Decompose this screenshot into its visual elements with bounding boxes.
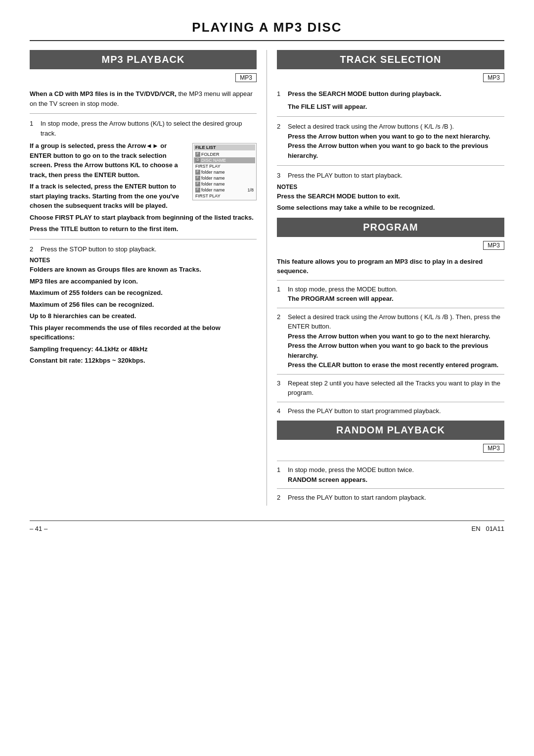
file-list-diagram: FILE LIST F FOLDER D DISC NAME FIRST PLA… [192, 143, 257, 200]
prog-step2-bold3: Press the CLEAR button to erase the most… [288, 361, 498, 369]
step2-text: Press the STOP button to stop playback. [41, 244, 257, 254]
mp3-playback-header: MP3 PLAYBACK [30, 50, 257, 69]
program-intro-bold: This feature allows you to program an MP… [277, 258, 483, 275]
mp3-badge-right: MP3 [483, 73, 504, 82]
fl-row-disc: D DISC NAME [194, 157, 255, 163]
note-bitrate: Constant bit rate: 112kbps ~ 320kbps. [30, 356, 257, 366]
prog-step2-content: Select a desired track using the Arrow b… [288, 312, 504, 370]
page-footer: – 41 – EN 01A11 [30, 520, 504, 532]
fl-label-f1: folder name [201, 170, 225, 175]
step1-detail-lines: If a group is selected, press the Arrow◄… [30, 141, 188, 180]
note-256: Maximum of 256 files can be recognized. [30, 300, 257, 310]
prog-step3-num: 3 [277, 378, 284, 398]
note-somesels: Some selections may take a while to be r… [277, 203, 504, 213]
step1-firstplay: Choose FIRST PLAY to start playback from… [30, 213, 257, 223]
fl-label-folder: FOLDER [201, 152, 220, 157]
prog-step4-text: Press the PLAY button to start programme… [288, 406, 504, 416]
fl-row-f3: F folder name [194, 181, 255, 187]
step1-title-btn: Press the TITLE button to return to the … [30, 224, 257, 234]
ts-step2-bold2: Press the Arrow button when you want to … [288, 142, 488, 159]
step2-num: 2 [30, 244, 37, 254]
program-badge: MP3 [483, 241, 504, 250]
fl-row-f2: F folder name [194, 175, 255, 181]
footer-page-num: – 41 – [30, 525, 47, 532]
prog-step1-content: In stop mode, press the MODE button. The… [288, 284, 504, 304]
page-title: PLAYING A MP3 DISC [30, 20, 504, 41]
note-sampling: Sampling frequency: 44.1kHz or 48kHz [30, 344, 257, 354]
prog-step2-num: 2 [277, 312, 284, 370]
rand-step2-text: Press the PLAY button to start random pl… [288, 493, 504, 503]
random-header: RANDOM PLAYBACK [277, 421, 504, 440]
step1-if-group: If a group is selected, press the Arrow◄… [30, 142, 178, 179]
program-header: PROGRAM [277, 218, 504, 237]
program-section: PROGRAM MP3 This feature allows you to p… [277, 218, 504, 416]
ts-step2-bold1: Press the Arrow button when you want to … [288, 133, 490, 140]
note-searchmode: Press the SEARCH MODE button to exit. [277, 191, 504, 201]
ts-step2-num: 2 [277, 122, 284, 160]
track-selection-header: TRACK SELECTION [277, 50, 504, 69]
fl-label-f4: folder name [201, 188, 225, 192]
prog-step2-bold1: Press the Arrow button when you want to … [288, 332, 490, 340]
rand-step1-num: 1 [277, 465, 284, 484]
fl-row-f1: F folder name [194, 169, 255, 175]
fl-label-f3: folder name [201, 182, 225, 187]
note-folders: Folders are known as Groups files are kn… [30, 265, 257, 275]
ts-step3-num: 3 [277, 171, 284, 181]
file-list-header: FILE LIST [194, 144, 255, 150]
fl-row-f4: F folder name 1/8 [194, 187, 255, 193]
fl-label-disc: DISC NAME [201, 158, 226, 163]
prog-step3-text: Repeat step 2 until you have selected al… [288, 378, 504, 398]
ts-step1-text: Press the SEARCH MODE button during play… [288, 89, 504, 99]
fl-num: 1/8 [247, 188, 254, 192]
step1-text: In stop mode, press the Arrow buttons (K… [41, 119, 257, 138]
note-8hier: Up to 8 hierarchies can be created. [30, 311, 257, 321]
fl-row-firstplay2: FIRST PLAY [194, 193, 255, 199]
prog-step1-bold: The PROGRAM screen will appear. [288, 295, 394, 302]
fl-label-firstplay: FIRST PLAY [195, 164, 221, 169]
intro-text: When a CD with MP3 files is in the TV/DV… [30, 89, 257, 108]
prog-step2-bold2: Press the Arrow button when you want to … [288, 342, 488, 359]
fl-label-f2: folder name [201, 176, 225, 181]
program-intro: This feature allows you to program an MP… [277, 257, 504, 276]
random-badge: MP3 [483, 444, 504, 453]
ts-step2-text: Select a desired track using the Arrow b… [288, 123, 454, 130]
fl-row-firstplay: FIRST PLAY [194, 163, 255, 169]
note-255: Maximum of 255 folders can be recognized… [30, 288, 257, 298]
fl-label-firstplay2: FIRST PLAY [195, 193, 221, 198]
rand-step1-content: In stop mode, press the MODE button twic… [288, 465, 504, 484]
prog-step1-text: In stop mode, press the MODE button. [288, 285, 398, 293]
ts-step2-content: Select a desired track using the Arrow b… [288, 122, 504, 160]
rand-step2-num: 2 [277, 493, 284, 503]
note-recommends: This player recommends the use of files … [30, 323, 257, 342]
ts-step1-num: 1 [277, 89, 284, 99]
prog-step4-num: 4 [277, 406, 284, 416]
prog-step2-text: Select a desired track using the Arrow b… [288, 313, 500, 331]
fl-row-folder: F FOLDER [194, 151, 255, 157]
intro-bold: When a CD with MP3 files is in the TV/DV… [30, 90, 177, 97]
ts-step3-text: Press the PLAY button to start playback. [288, 171, 504, 181]
notes-label-left: NOTES [30, 257, 257, 264]
prog-step1-num: 1 [277, 284, 284, 304]
mp3-badge-left: MP3 [235, 73, 257, 82]
rand-step1-bold: RANDOM screen appears. [288, 476, 367, 483]
note-mp3icon: MP3 files are accompanied by icon. [30, 277, 257, 286]
file-list-appears: The FILE LIST will appear. [288, 102, 504, 112]
step1-num: 1 [30, 119, 37, 138]
notes-label-right: NOTES [277, 184, 504, 190]
rand-step1-text: In stop mode, press the MODE button twic… [288, 466, 414, 473]
footer-lang-code: EN 01A11 [472, 525, 505, 532]
random-section: RANDOM PLAYBACK MP3 1 In stop mode, pres… [277, 421, 504, 503]
